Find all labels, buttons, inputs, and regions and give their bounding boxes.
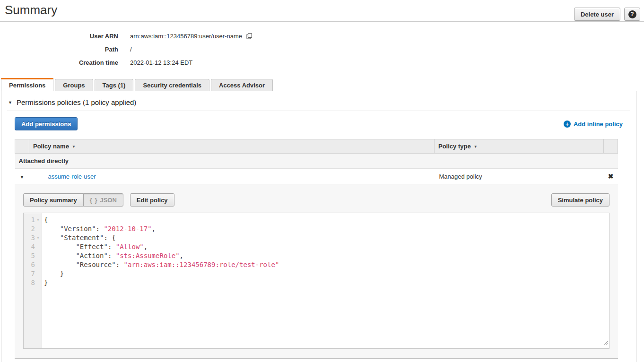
expander-column-header [15,139,29,154]
permissions-policies-section-toggle[interactable]: ▼ Permissions policies (1 policy applied… [1,91,636,106]
tab-strip: Permissions Groups Tags (1) Security cre… [1,78,644,91]
policy-summary-button[interactable]: Policy summary [23,193,84,207]
section-divider [7,111,630,111]
table-row: ▼ assume-role-user Managed policy ✖ [15,169,618,184]
path-value: / [130,46,132,53]
permissions-policies-section-title: Permissions policies (1 policy applied) [17,98,136,106]
user-arn-label: User ARN [0,33,118,40]
copy-icon[interactable] [246,33,253,40]
delete-user-button[interactable]: Delete user [574,8,620,21]
page-title: Summary [5,3,57,17]
sort-arrow-icon: ▼ [72,145,76,149]
braces-icon: { } [90,197,98,204]
json-view-button[interactable]: { } JSON [83,193,123,207]
editor-lines[interactable]: { "Version": "2012-10-17", "Statement": … [42,213,279,348]
help-button[interactable]: ? [624,8,640,21]
creation-time-row: Creation time 2022-01-12 13:24 EDT [0,56,644,69]
add-permissions-button[interactable]: Add permissions [15,117,78,130]
policy-row-expander[interactable]: ▼ [15,169,29,184]
json-policy-editor[interactable]: 1▾23▾45678 { "Version": "2012-10-17", "S… [23,213,609,349]
tab-permissions[interactable]: Permissions [1,78,53,91]
tab-security-credentials[interactable]: Security credentials [135,79,209,91]
page-header: Summary Delete user ? [0,0,644,22]
tab-access-advisor[interactable]: Access Advisor [211,79,273,91]
sort-arrow-icon: ▼ [474,145,478,149]
attached-directly-group-row: Attached directly [15,154,618,169]
edit-policy-button[interactable]: Edit policy [130,193,174,207]
permissions-tab-panel: ▼ Permissions policies (1 policy applied… [1,91,636,362]
user-arn-value: arn:aws:iam::123456789:user/user-name [130,33,242,40]
action-column-header [604,139,618,154]
path-row: Path / [0,43,644,56]
add-inline-policy-label: Add inline policy [574,121,623,128]
simulate-policy-button[interactable]: Simulate policy [551,193,609,207]
editor-gutter: 1▾23▾45678 [24,213,42,348]
user-arn-row: User ARN arn:aws:iam::123456789:user/use… [0,29,644,43]
attached-directly-label: Attached directly [15,154,618,169]
policies-toolbar: Add permissions + Add inline policy [15,117,623,130]
row-expand-caret-icon: ▼ [20,175,24,180]
policy-type-value: Managed policy [435,169,604,184]
add-inline-policy-link[interactable]: + Add inline policy [564,121,623,128]
section-collapse-caret-icon: ▼ [8,100,12,105]
help-icon: ? [628,10,636,18]
json-view-label: JSON [100,197,116,204]
creation-time-value: 2022-01-12 13:24 EDT [130,59,192,66]
policy-name-column-header[interactable]: Policy name▼ [29,139,435,154]
tab-tags[interactable]: Tags (1) [95,79,134,91]
path-label: Path [0,46,118,53]
policy-type-column-header[interactable]: Policy type▼ [435,139,604,154]
policy-name-link[interactable]: assume-role-user [48,173,96,180]
plus-icon: + [564,121,571,128]
policy-detail-panel: Policy summary { } JSON Edit policy Simu… [15,184,618,359]
header-actions: Delete user ? [574,8,640,21]
policies-table: Policy name▼ Policy type▼ Attached direc… [15,139,618,184]
policy-detail-toolbar: Policy summary { } JSON Edit policy Simu… [23,193,609,207]
remove-policy-icon[interactable]: ✖ [608,172,614,180]
creation-time-label: Creation time [0,59,118,66]
tab-groups[interactable]: Groups [55,79,93,91]
policies-table-header-row: Policy name▼ Policy type▼ [15,139,618,154]
policy-view-switcher: Policy summary { } JSON [23,193,123,207]
policy-type-header-label: Policy type [438,143,471,150]
resize-handle-icon[interactable] [603,338,608,347]
user-meta: User ARN arn:aws:iam::123456789:user/use… [0,22,644,71]
policy-name-header-label: Policy name [33,143,69,150]
